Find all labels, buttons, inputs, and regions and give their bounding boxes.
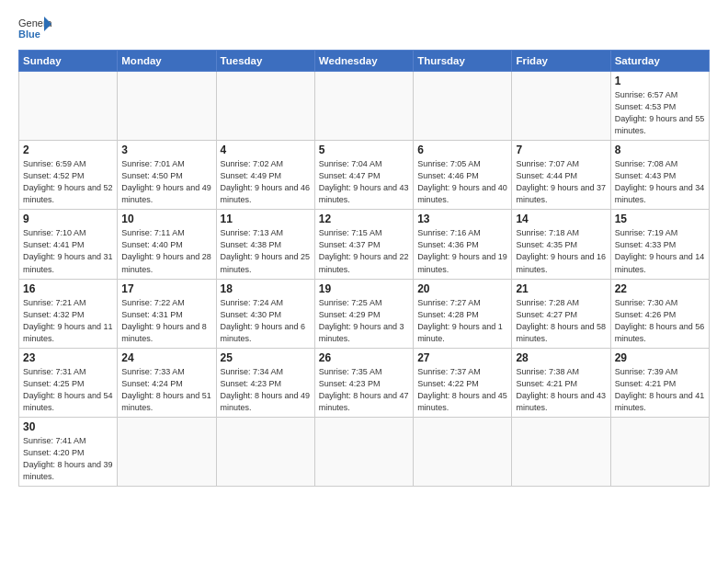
day-number: 7 (516, 144, 606, 156)
weekday-wednesday: Wednesday (314, 51, 413, 72)
day-info: Sunrise: 7:30 AM Sunset: 4:26 PM Dayligh… (615, 297, 705, 345)
day-cell (314, 72, 413, 141)
weekday-sunday: Sunday (19, 51, 118, 72)
day-cell: 16Sunrise: 7:21 AM Sunset: 4:32 PM Dayli… (19, 279, 118, 348)
day-cell: 11Sunrise: 7:13 AM Sunset: 4:38 PM Dayli… (216, 210, 314, 279)
day-cell: 20Sunrise: 7:27 AM Sunset: 4:28 PM Dayli… (414, 279, 512, 348)
day-number: 21 (516, 282, 606, 295)
day-info: Sunrise: 7:27 AM Sunset: 4:28 PM Dayligh… (417, 297, 507, 345)
day-cell (414, 72, 512, 141)
day-number: 17 (121, 282, 211, 295)
day-cell (512, 72, 610, 141)
day-info: Sunrise: 7:18 AM Sunset: 4:35 PM Dayligh… (516, 227, 606, 275)
day-cell (512, 417, 610, 486)
day-cell: 3Sunrise: 7:01 AM Sunset: 4:50 PM Daylig… (118, 141, 216, 210)
day-cell: 4Sunrise: 7:02 AM Sunset: 4:49 PM Daylig… (216, 141, 314, 210)
day-number: 12 (319, 213, 409, 225)
day-number: 1 (615, 75, 705, 87)
day-info: Sunrise: 6:57 AM Sunset: 4:53 PM Dayligh… (615, 89, 705, 137)
day-number: 4 (221, 144, 311, 156)
day-info: Sunrise: 7:13 AM Sunset: 4:38 PM Dayligh… (221, 227, 311, 275)
day-cell: 30Sunrise: 7:41 AM Sunset: 4:20 PM Dayli… (19, 417, 118, 486)
day-info: Sunrise: 7:15 AM Sunset: 4:37 PM Dayligh… (319, 227, 409, 275)
day-cell: 6Sunrise: 7:05 AM Sunset: 4:46 PM Daylig… (414, 141, 512, 210)
weekday-thursday: Thursday (414, 51, 512, 72)
day-info: Sunrise: 7:16 AM Sunset: 4:36 PM Dayligh… (417, 227, 507, 275)
day-cell (314, 417, 413, 486)
day-cell: 19Sunrise: 7:25 AM Sunset: 4:29 PM Dayli… (314, 279, 413, 348)
day-number: 20 (417, 282, 507, 295)
day-cell: 12Sunrise: 7:15 AM Sunset: 4:37 PM Dayli… (314, 210, 413, 279)
day-number: 22 (615, 282, 705, 295)
day-cell: 8Sunrise: 7:08 AM Sunset: 4:43 PM Daylig… (610, 141, 709, 210)
day-number: 8 (615, 144, 705, 156)
day-cell: 24Sunrise: 7:33 AM Sunset: 4:24 PM Dayli… (118, 348, 216, 417)
day-number: 3 (121, 144, 211, 156)
day-info: Sunrise: 7:05 AM Sunset: 4:46 PM Dayligh… (417, 158, 507, 206)
day-number: 2 (23, 144, 113, 156)
day-number: 5 (319, 144, 409, 156)
day-info: Sunrise: 7:37 AM Sunset: 4:22 PM Dayligh… (417, 366, 507, 414)
day-cell (19, 72, 118, 141)
day-info: Sunrise: 7:21 AM Sunset: 4:32 PM Dayligh… (23, 297, 113, 345)
day-info: Sunrise: 7:01 AM Sunset: 4:50 PM Dayligh… (121, 158, 211, 206)
day-info: Sunrise: 7:08 AM Sunset: 4:43 PM Dayligh… (615, 158, 705, 206)
day-number: 29 (615, 351, 705, 364)
day-cell: 13Sunrise: 7:16 AM Sunset: 4:36 PM Dayli… (414, 210, 512, 279)
day-cell (118, 72, 216, 141)
day-info: Sunrise: 7:19 AM Sunset: 4:33 PM Dayligh… (615, 227, 705, 275)
day-cell: 2Sunrise: 6:59 AM Sunset: 4:52 PM Daylig… (19, 141, 118, 210)
day-number: 15 (615, 213, 705, 225)
day-info: Sunrise: 6:59 AM Sunset: 4:52 PM Dayligh… (23, 158, 113, 206)
day-number: 27 (417, 351, 507, 364)
day-cell: 15Sunrise: 7:19 AM Sunset: 4:33 PM Dayli… (610, 210, 709, 279)
day-cell (216, 72, 314, 141)
day-cell: 25Sunrise: 7:34 AM Sunset: 4:23 PM Dayli… (216, 348, 314, 417)
day-cell (118, 417, 216, 486)
day-info: Sunrise: 7:38 AM Sunset: 4:21 PM Dayligh… (516, 366, 606, 414)
day-info: Sunrise: 7:22 AM Sunset: 4:31 PM Dayligh… (121, 297, 211, 345)
day-cell: 17Sunrise: 7:22 AM Sunset: 4:31 PM Dayli… (118, 279, 216, 348)
calendar: SundayMondayTuesdayWednesdayThursdayFrid… (18, 50, 710, 487)
day-number: 10 (121, 213, 211, 225)
day-cell: 18Sunrise: 7:24 AM Sunset: 4:30 PM Dayli… (216, 279, 314, 348)
weekday-tuesday: Tuesday (216, 51, 314, 72)
day-info: Sunrise: 7:10 AM Sunset: 4:41 PM Dayligh… (23, 227, 113, 275)
day-cell: 5Sunrise: 7:04 AM Sunset: 4:47 PM Daylig… (314, 141, 413, 210)
week-row-3: 9Sunrise: 7:10 AM Sunset: 4:41 PM Daylig… (19, 210, 710, 279)
day-info: Sunrise: 7:31 AM Sunset: 4:25 PM Dayligh… (23, 366, 113, 414)
day-cell: 7Sunrise: 7:07 AM Sunset: 4:44 PM Daylig… (512, 141, 610, 210)
day-info: Sunrise: 7:41 AM Sunset: 4:20 PM Dayligh… (23, 435, 113, 483)
day-cell: 14Sunrise: 7:18 AM Sunset: 4:35 PM Dayli… (512, 210, 610, 279)
day-cell: 10Sunrise: 7:11 AM Sunset: 4:40 PM Dayli… (118, 210, 216, 279)
day-info: Sunrise: 7:39 AM Sunset: 4:21 PM Dayligh… (615, 366, 705, 414)
day-cell: 26Sunrise: 7:35 AM Sunset: 4:23 PM Dayli… (314, 348, 413, 417)
header: General Blue (18, 15, 710, 40)
day-info: Sunrise: 7:02 AM Sunset: 4:49 PM Dayligh… (221, 158, 311, 206)
day-number: 24 (121, 351, 211, 364)
day-info: Sunrise: 7:04 AM Sunset: 4:47 PM Dayligh… (319, 158, 409, 206)
day-info: Sunrise: 7:24 AM Sunset: 4:30 PM Dayligh… (221, 297, 311, 345)
day-number: 25 (221, 351, 311, 364)
day-cell: 27Sunrise: 7:37 AM Sunset: 4:22 PM Dayli… (414, 348, 512, 417)
day-info: Sunrise: 7:33 AM Sunset: 4:24 PM Dayligh… (121, 366, 211, 414)
week-row-6: 30Sunrise: 7:41 AM Sunset: 4:20 PM Dayli… (19, 417, 710, 486)
day-info: Sunrise: 7:25 AM Sunset: 4:29 PM Dayligh… (319, 297, 409, 345)
day-number: 26 (319, 351, 409, 364)
week-row-5: 23Sunrise: 7:31 AM Sunset: 4:25 PM Dayli… (19, 348, 710, 417)
week-row-2: 2Sunrise: 6:59 AM Sunset: 4:52 PM Daylig… (19, 141, 710, 210)
day-number: 11 (221, 213, 311, 225)
day-cell: 1Sunrise: 6:57 AM Sunset: 4:53 PM Daylig… (610, 72, 709, 141)
page: General Blue SundayMondayTuesdayWednesda… (0, 0, 728, 563)
day-number: 16 (23, 282, 113, 295)
day-cell: 22Sunrise: 7:30 AM Sunset: 4:26 PM Dayli… (610, 279, 709, 348)
day-info: Sunrise: 7:35 AM Sunset: 4:23 PM Dayligh… (319, 366, 409, 414)
day-number: 19 (319, 282, 409, 295)
day-number: 23 (23, 351, 113, 364)
day-cell (216, 417, 314, 486)
day-info: Sunrise: 7:07 AM Sunset: 4:44 PM Dayligh… (516, 158, 606, 206)
svg-text:Blue: Blue (18, 29, 40, 40)
day-cell: 23Sunrise: 7:31 AM Sunset: 4:25 PM Dayli… (19, 348, 118, 417)
day-number: 13 (417, 213, 507, 225)
weekday-header-row: SundayMondayTuesdayWednesdayThursdayFrid… (19, 51, 710, 72)
